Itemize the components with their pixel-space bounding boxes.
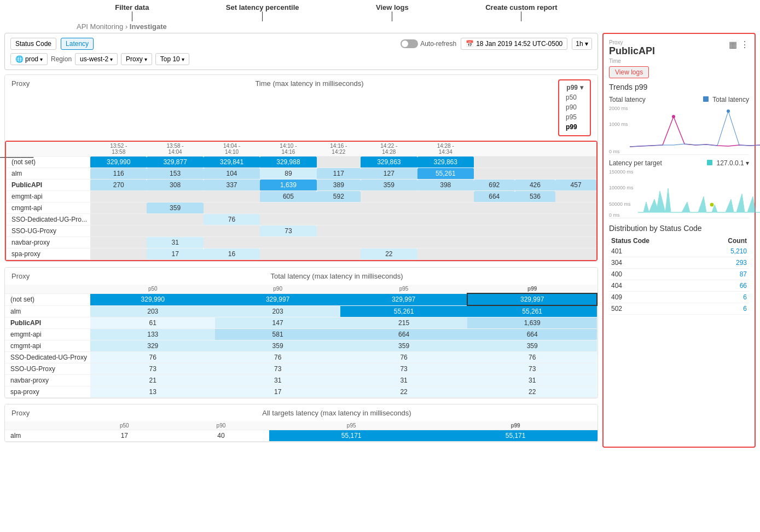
create-report-annotation: Create custom report — [485, 3, 557, 21]
right-panel-icons: ▦ ⋮ — [729, 39, 749, 50]
more-options-icon[interactable]: ⋮ — [740, 39, 749, 50]
p99-option[interactable]: p99 — [566, 122, 583, 132]
proxy-dropdown[interactable]: Proxy — [121, 53, 152, 65]
total-latency-row: Total latency Total latency — [609, 96, 749, 103]
latency-per-target-svg — [634, 169, 760, 213]
trends-section: Trends p99 Total latency Total latency 2… — [609, 83, 749, 218]
top10-dropdown[interactable]: Top 10 — [155, 53, 189, 65]
list-item: 4015,210 — [609, 246, 749, 257]
proxy-col-header — [6, 142, 90, 157]
time-col-10 — [555, 142, 596, 157]
table-row: spa-proxy13172222 — [5, 386, 597, 398]
right-time-label: Time — [609, 58, 749, 64]
t3-p95: p95 — [269, 421, 433, 430]
time-col-3: 14:04 -14:10 — [204, 142, 260, 157]
time-col-5: 14:16 -14:22 — [317, 142, 361, 157]
svg-point-0 — [672, 115, 675, 118]
p95-option[interactable]: p95 — [566, 112, 583, 122]
view-logs-annotation: View logs — [376, 3, 409, 21]
table-row: emgmt-api605592664536 — [6, 191, 596, 203]
list-item: 40087 — [609, 269, 749, 280]
toolbar: Status Code Latency Auto-refresh 📅 18 Ja… — [4, 33, 598, 70]
table-row: cmgmt-api329359359359 — [5, 340, 597, 352]
latency-per-target-legend-dot — [707, 160, 712, 165]
dist-col1-header: Status Code — [609, 236, 700, 246]
p90-option[interactable]: p90 — [566, 102, 583, 112]
t3-p50: p50 — [76, 421, 173, 430]
table-row: alm174055,17155,171 — [5, 430, 597, 442]
latency-button[interactable]: Latency — [61, 38, 94, 50]
dist-col2-header: Count — [700, 236, 750, 246]
time-col-2: 13:58 -14:04 — [147, 142, 203, 157]
svg-marker-2 — [638, 188, 760, 212]
table-row: (not set)329,990329,997329,997329,997 — [5, 293, 597, 305]
time-col-1: 13:52 -13:58 — [90, 142, 147, 157]
right-proxy-name: PublicAPI — [609, 45, 749, 57]
table1-time-header: Time (max latency in milliseconds) — [83, 79, 536, 136]
right-proxy-label: Proxy — [609, 39, 749, 45]
total-latency-table: p50 p90 p95 p99 (not set)329,990329,9973… — [5, 285, 597, 398]
table-row: alm20320355,26155,261 — [5, 305, 597, 317]
table2-proxy-header: Proxy — [11, 272, 83, 280]
table-row: emgmt-api133581664664 — [5, 329, 597, 340]
latency-per-target-chart: 150000 ms 100000 ms 50000 ms 0 ms — [609, 169, 749, 218]
table-row: navbar-proxy31 — [6, 237, 596, 248]
table2-title: Total latency (max latency in millisecon… — [83, 272, 591, 280]
svg-point-1 — [727, 109, 730, 113]
all-targets-table-section: Proxy All targets latency (max latency i… — [4, 404, 598, 442]
date-picker-button[interactable]: 📅 18 Jan 2019 14:52 UTC-0500 — [461, 38, 567, 50]
table-row: (not set)329,990329,877329,841329,988329… — [6, 157, 596, 168]
table1-proxy-header: Proxy — [11, 79, 83, 136]
p50-header: p50 — [90, 285, 215, 293]
trends-title: Trends p99 — [609, 83, 749, 91]
t3-p90: p90 — [173, 421, 270, 430]
list-item: 304293 — [609, 257, 749, 269]
status-code-button[interactable]: Status Code — [10, 38, 56, 50]
region-dropdown[interactable]: us-west-2 — [75, 53, 118, 65]
latency-per-target-row: Latency per target 127.0.0.1 ▾ — [609, 159, 749, 167]
total-latency-legend-dot — [703, 96, 709, 102]
time-col-7: 14:28 -14:34 — [417, 142, 474, 157]
table-row: SSO-Dedicated-UG-Pro...76 — [6, 214, 596, 225]
auto-refresh-toggle[interactable]: Auto-refresh — [401, 39, 456, 48]
percentile-dropdown[interactable]: p99 ▾ p50 p90 p95 p99 — [558, 79, 591, 136]
table-row: alm1161531048911712755,261 — [6, 168, 596, 180]
time-col-9 — [515, 142, 556, 157]
time-range-button[interactable]: 1h ▾ — [572, 38, 592, 50]
table-row: PublicAPI611472151,639 — [5, 317, 597, 329]
table-row: SSO-UG-Proxy73 — [6, 225, 596, 237]
view-logs-button[interactable]: View logs — [609, 66, 649, 78]
time-col-4: 14:10 -14:16 — [260, 142, 316, 157]
t3-p99: p99 — [433, 421, 597, 430]
table-row: SSO-UG-Proxy73737373 — [5, 363, 597, 375]
breadcrumb: API Monitoring › Investigate — [0, 21, 760, 33]
total-latency-svg — [625, 106, 760, 149]
time-col-8 — [474, 142, 515, 157]
list-item: 4096 — [609, 292, 749, 303]
p95-header: p95 — [340, 285, 468, 293]
dist-title: Distribution by Status Code — [609, 224, 749, 233]
prod-dropdown[interactable]: 🌐 prod — [10, 53, 48, 65]
table3-title: All targets latency (max latency in mill… — [83, 409, 591, 417]
right-panel: ▦ ⋮ View metric details View in Recent V… — [602, 33, 756, 448]
table-row: cmgmt-api359 — [6, 203, 596, 214]
p50-option[interactable]: p50 — [566, 92, 583, 102]
total-latency-table-section: Proxy Total latency (max latency in mill… — [4, 267, 598, 398]
toggle-switch[interactable] — [401, 39, 418, 48]
svg-point-3 — [710, 203, 714, 207]
p90-header: p90 — [215, 285, 340, 293]
set-latency-annotation: Set latency percentile — [226, 3, 299, 21]
filter-data-annotation: Filter data — [115, 3, 149, 21]
table3-proxy-header: Proxy — [11, 409, 83, 417]
heatmap-data-table: 13:52 -13:58 13:58 -14:04 14:04 -14:10 1… — [6, 142, 596, 260]
all-targets-table: p50 p90 p95 p99 alm174055,17155,171 — [5, 421, 597, 442]
chart-icon[interactable]: ▦ — [729, 39, 737, 50]
list-item: 40466 — [609, 280, 749, 292]
total-latency-chart: 2000 ms 1000 ms 0 ms — [609, 106, 749, 155]
p99-header: p99 — [467, 285, 597, 293]
time-col-6: 14:22 -14:28 — [361, 142, 417, 157]
list-item: 5026 — [609, 303, 749, 315]
distribution-section: Distribution by Status Code Status Code … — [609, 224, 749, 315]
heatmap-table-section: Proxy Time (max latency in milliseconds)… — [4, 74, 598, 262]
table-row: PublicAPI2703083371,63938935939869242645… — [6, 180, 596, 191]
